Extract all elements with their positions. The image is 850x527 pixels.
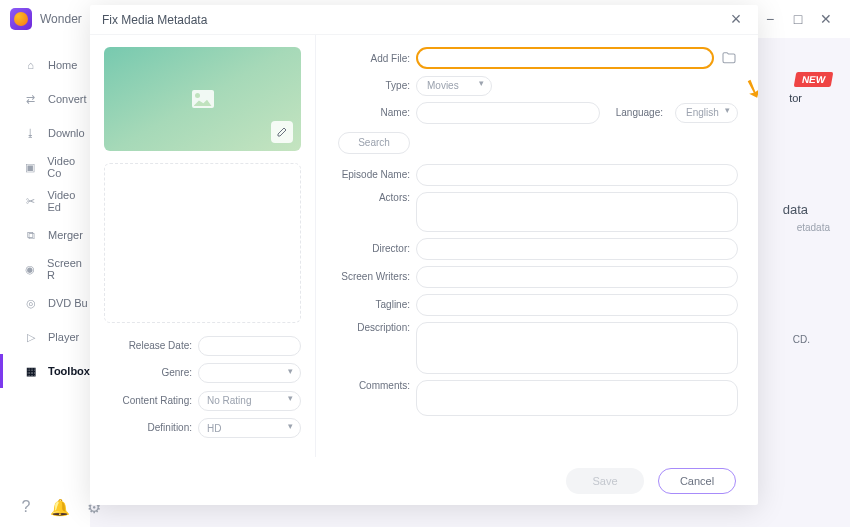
genre-label: Genre: <box>104 367 198 378</box>
sidebar-item-label: Merger <box>48 229 83 241</box>
sidebar-item-label: Video Ed <box>47 189 90 213</box>
sidebar: ⌂Home ⇄Convert ⭳Downlo ▣Video Co ✂Video … <box>0 38 90 527</box>
sidebar-item-video-compressor[interactable]: ▣Video Co <box>0 150 90 184</box>
modal-header: Fix Media Metadata × <box>90 5 758 35</box>
cover-preview <box>104 47 301 151</box>
sidebar-item-home[interactable]: ⌂Home <box>0 48 90 82</box>
browse-file-button[interactable] <box>720 49 738 67</box>
modal-left-column: Release Date: Genre: Content Rating:No R… <box>90 35 316 457</box>
description-input[interactable] <box>416 322 738 374</box>
actors-label: Actors: <box>336 192 416 203</box>
sidebar-item-label: Convert <box>48 93 87 105</box>
screen-writers-input[interactable] <box>416 266 738 288</box>
genre-select[interactable] <box>198 363 301 383</box>
new-badge: NEW <box>793 72 833 87</box>
type-label: Type: <box>336 80 416 91</box>
language-select[interactable]: English <box>675 103 738 123</box>
sidebar-item-label: Player <box>48 331 79 343</box>
merge-icon: ⧉ <box>23 228 38 243</box>
window-minimize-button[interactable]: − <box>756 5 784 33</box>
fix-metadata-modal: Fix Media Metadata × Release Date: Genre… <box>90 5 758 505</box>
sidebar-item-dvd-burner[interactable]: ◎DVD Bu <box>0 286 90 320</box>
release-date-label: Release Date: <box>104 340 198 351</box>
sidebar-item-merger[interactable]: ⧉Merger <box>0 218 90 252</box>
bg-text: data <box>783 202 808 217</box>
tagline-label: Tagline: <box>336 299 416 310</box>
content-rating-label: Content Rating: <box>104 395 198 406</box>
bg-text: tor <box>789 92 802 104</box>
edit-cover-button[interactable] <box>271 121 293 143</box>
modal-footer: Save Cancel <box>90 457 758 505</box>
screen-writers-label: Screen Writers: <box>336 271 416 282</box>
bg-text: etadata <box>797 222 830 233</box>
episode-name-label: Episode Name: <box>336 169 416 180</box>
play-icon: ▷ <box>23 330 38 345</box>
name-input[interactable] <box>416 102 600 124</box>
notifications-icon[interactable]: 🔔 <box>52 499 68 515</box>
sidebar-item-toolbox[interactable]: ▦Toolbox <box>0 354 90 388</box>
actors-input[interactable] <box>416 192 738 232</box>
language-label: Language: <box>616 107 663 118</box>
sidebar-item-label: DVD Bu <box>48 297 88 309</box>
sidebar-item-label: Video Co <box>47 155 90 179</box>
add-file-input[interactable] <box>416 47 714 69</box>
director-input[interactable] <box>416 238 738 260</box>
converter-icon: ⇄ <box>23 92 38 107</box>
add-file-label: Add File: <box>336 53 416 64</box>
definition-label: Definition: <box>104 422 198 433</box>
release-date-input[interactable] <box>198 336 301 356</box>
image-placeholder-icon <box>192 90 214 108</box>
search-button[interactable]: Search <box>338 132 410 154</box>
sidebar-item-label: Home <box>48 59 77 71</box>
sidebar-item-label: Toolbox <box>48 365 90 377</box>
director-label: Director: <box>336 243 416 254</box>
type-select[interactable]: Movies <box>416 76 492 96</box>
annotation-arrow-icon: ➘ <box>737 70 758 107</box>
dvd-icon: ◎ <box>23 296 38 311</box>
sidebar-item-video-editor[interactable]: ✂Video Ed <box>0 184 90 218</box>
drop-area[interactable] <box>104 163 301 323</box>
definition-select[interactable]: HD <box>198 418 301 438</box>
episode-name-input[interactable] <box>416 164 738 186</box>
help-icon[interactable]: ? <box>18 499 34 515</box>
comments-input[interactable] <box>416 380 738 416</box>
description-label: Description: <box>336 322 416 333</box>
save-button: Save <box>566 468 644 494</box>
sidebar-item-label: Downlo <box>48 127 85 139</box>
content-rating-select[interactable]: No Rating <box>198 391 301 411</box>
modal-title: Fix Media Metadata <box>102 13 207 27</box>
bg-text: CD. <box>793 334 810 345</box>
app-name: Wonder <box>40 12 82 26</box>
sidebar-item-converter[interactable]: ⇄Convert <box>0 82 90 116</box>
sidebar-item-player[interactable]: ▷Player <box>0 320 90 354</box>
scissors-icon: ✂ <box>23 194 37 209</box>
modal-right-column: ➘ Add File: Type: Movies Name: Language <box>316 35 758 457</box>
sidebar-item-label: Screen R <box>47 257 90 281</box>
window-close-button[interactable]: ✕ <box>812 5 840 33</box>
name-label: Name: <box>336 107 416 118</box>
window-maximize-button[interactable]: □ <box>784 5 812 33</box>
app-logo <box>10 8 32 30</box>
tagline-input[interactable] <box>416 294 738 316</box>
modal-close-button[interactable]: × <box>726 10 746 30</box>
toolbox-icon: ▦ <box>23 364 38 379</box>
sidebar-item-downloader[interactable]: ⭳Downlo <box>0 116 90 150</box>
download-icon: ⭳ <box>23 126 38 141</box>
compress-icon: ▣ <box>23 160 37 175</box>
sidebar-item-screen-recorder[interactable]: ◉Screen R <box>0 252 90 286</box>
home-icon: ⌂ <box>23 58 38 73</box>
comments-label: Comments: <box>336 380 416 391</box>
cancel-button[interactable]: Cancel <box>658 468 736 494</box>
record-icon: ◉ <box>23 262 37 277</box>
